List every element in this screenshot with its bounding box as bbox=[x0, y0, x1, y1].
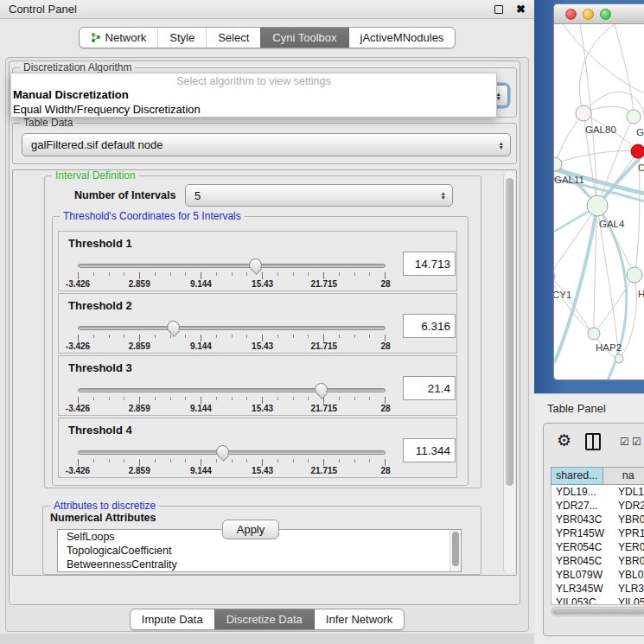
tab-select[interactable]: Select bbox=[206, 28, 260, 48]
number-of-intervals-combobox[interactable]: 5 ▲▼ bbox=[185, 184, 453, 207]
tab-label: jActiveMNodules bbox=[360, 31, 444, 44]
attribute-item[interactable]: TopologicalCoefficient bbox=[58, 544, 461, 558]
slider-scale-labels: -3.4262.8599.14415.4321.71528 bbox=[78, 279, 386, 290]
table-data-title: Table Data bbox=[20, 117, 76, 129]
table-hscrollbar-thumb[interactable] bbox=[552, 609, 644, 615]
column-header-name[interactable]: na bbox=[603, 467, 644, 485]
gear-icon[interactable]: ⚙ bbox=[557, 430, 571, 450]
network-window-titlebar[interactable] bbox=[554, 4, 644, 24]
interval-definition-title: Interval Definition bbox=[52, 169, 139, 182]
tab-style[interactable]: Style bbox=[157, 28, 206, 48]
threshold-slider[interactable]: -3.4262.8599.14415.4321.71528 bbox=[78, 320, 386, 351]
tab-cyni-toolbox[interactable]: Cyni Toolbox bbox=[260, 28, 348, 48]
tab-impute-data[interactable]: Impute Data bbox=[131, 609, 214, 629]
slider-track[interactable] bbox=[78, 388, 386, 392]
threshold-value-field[interactable] bbox=[403, 314, 456, 338]
threshold-label: Threshold 4 bbox=[68, 424, 132, 437]
network-tab-icon bbox=[91, 32, 101, 43]
float-icon[interactable] bbox=[494, 5, 503, 14]
cell-name: YDL19... bbox=[612, 485, 644, 499]
screen: Control Panel ✖ NetworkStyleSelectCyni T… bbox=[0, 0, 644, 644]
cell-name: YIL053C bbox=[612, 596, 644, 605]
table-row[interactable]: YPR145WYPR145W bbox=[552, 526, 644, 540]
network-node-hap2[interactable] bbox=[588, 328, 600, 340]
close-traffic-light-icon[interactable] bbox=[565, 9, 577, 20]
table-row[interactable]: YIL053CYIL053C bbox=[552, 596, 644, 605]
threshold-slider[interactable]: -3.4262.8599.14415.4321.71528 bbox=[78, 444, 386, 475]
list-scrollbar[interactable] bbox=[450, 530, 461, 571]
network-node[interactable] bbox=[615, 354, 623, 363]
cell-name: YER054C bbox=[612, 540, 644, 554]
close-icon[interactable]: ✖ bbox=[516, 5, 526, 14]
network-node-c[interactable] bbox=[631, 144, 644, 158]
table-rows: YDL19...YDL19...YDR27...YDR27...YBR043CY… bbox=[551, 485, 644, 605]
discretization-algorithm-title: Discretization Algorithm bbox=[20, 61, 135, 73]
table-horizontal-scrollbar[interactable] bbox=[551, 607, 644, 616]
tab-network[interactable]: Network bbox=[80, 28, 158, 48]
dropdown-option-equal-width-frequency[interactable]: Equal Width/Frequency Discretization bbox=[11, 102, 496, 117]
network-node-h[interactable] bbox=[627, 267, 642, 283]
numerical-attributes-label: Numerical Attributes bbox=[50, 512, 156, 524]
threshold-value-field[interactable] bbox=[403, 252, 456, 276]
network-window: GAL80GCGAL11GAL4GCY1HHAP2 bbox=[553, 3, 644, 380]
table-row[interactable]: YBL079WYBL079W bbox=[552, 568, 644, 582]
zoom-traffic-light-icon[interactable] bbox=[600, 9, 611, 20]
slider-thumb[interactable] bbox=[315, 383, 328, 395]
slider-thumb[interactable] bbox=[167, 321, 180, 333]
threshold-panel: Threshold 1 -3.4262.8599.14415.4321.7152… bbox=[58, 231, 457, 291]
network-node-label: GAL11 bbox=[554, 175, 584, 185]
table-row[interactable]: YDL19...YDL19... bbox=[552, 485, 644, 499]
table-row[interactable]: YBR045CYBR045C bbox=[552, 554, 644, 568]
tab-jactivemnodules[interactable]: jActiveMNodules bbox=[348, 28, 456, 48]
column-header-shared-name[interactable]: shared... bbox=[551, 467, 603, 485]
attribute-item[interactable]: BetweennessCentrality bbox=[58, 558, 461, 571]
threshold-value-field[interactable] bbox=[403, 438, 456, 462]
cell-name: YBR043C bbox=[612, 513, 644, 526]
network-canvas[interactable]: GAL80GCGAL11GAL4GCY1HHAP2 bbox=[554, 24, 644, 380]
table-panel-title: Table Panel bbox=[534, 394, 644, 415]
settings-scroll-area: Interval Definition Number of Intervals … bbox=[12, 169, 517, 576]
cell-name: YLR345W bbox=[612, 582, 644, 596]
table-panel: Table Panel ⚙ ☑ ☑ shared... na YDL19...Y… bbox=[534, 393, 644, 644]
threshold-panel: Threshold 3 -3.4262.8599.14415.4321.7152… bbox=[58, 355, 457, 416]
slider-track[interactable] bbox=[78, 264, 386, 268]
table-row[interactable]: YLR345WYLR345W bbox=[552, 582, 644, 596]
slider-ticks bbox=[78, 272, 386, 279]
table-data-combobox[interactable]: galFiltered.sif default node ▲▼ bbox=[22, 133, 511, 156]
threshold-label: Threshold 1 bbox=[68, 237, 132, 250]
checkbox-icon[interactable]: ☑ bbox=[632, 437, 641, 447]
network-node-g[interactable] bbox=[627, 110, 641, 124]
settings-scrollbar[interactable] bbox=[503, 171, 515, 574]
tab-infer-network[interactable]: Infer Network bbox=[314, 609, 404, 629]
checkbox-icon[interactable]: ☑ bbox=[620, 437, 629, 447]
split-view-icon[interactable] bbox=[585, 433, 601, 450]
network-node-label: H bbox=[638, 289, 644, 299]
list-scrollbar-thumb[interactable] bbox=[452, 532, 459, 566]
network-node-gal80[interactable] bbox=[576, 105, 591, 121]
table-row[interactable]: YDR27...YDR27... bbox=[552, 499, 644, 513]
slider-track[interactable] bbox=[78, 326, 386, 330]
table-row[interactable]: YER054CYER054C bbox=[552, 540, 644, 554]
stepper-arrows-icon: ▲▼ bbox=[441, 191, 446, 200]
algorithm-placeholder: Select algorithm to view settings bbox=[11, 73, 496, 87]
threshold-slider[interactable]: -3.4262.8599.14415.4321.71528 bbox=[78, 258, 386, 289]
minimize-traffic-light-icon[interactable] bbox=[583, 9, 594, 20]
settings-scrollbar-thumb[interactable] bbox=[506, 178, 513, 486]
threshold-slider[interactable]: -3.4262.8599.14415.4321.71528 bbox=[78, 382, 386, 413]
table-data-selected-value: galFiltered.sif default node bbox=[31, 138, 163, 151]
thresholds-group: Threshold's Coordinates for 5 Intervals … bbox=[52, 216, 469, 486]
slider-thumb[interactable] bbox=[249, 258, 262, 271]
tab-label: Discretize Data bbox=[226, 613, 303, 626]
tab-label: Cyni Toolbox bbox=[272, 31, 336, 44]
tab-discretize-data[interactable]: Discretize Data bbox=[214, 609, 314, 629]
slider-track[interactable] bbox=[78, 450, 386, 455]
slider-thumb[interactable] bbox=[216, 445, 229, 457]
threshold-value-field[interactable] bbox=[403, 376, 456, 400]
cell-shared-name: YER054C bbox=[552, 540, 612, 554]
threshold-panel: Threshold 2 -3.4262.8599.14415.4321.7152… bbox=[58, 293, 457, 354]
apply-button[interactable]: Apply bbox=[222, 520, 279, 539]
dropdown-option-manual-discretization[interactable]: Manual Discretization bbox=[11, 87, 496, 102]
network-node-gal4[interactable] bbox=[587, 195, 608, 216]
cell-shared-name: YBR043C bbox=[552, 513, 612, 526]
table-row[interactable]: YBR043CYBR043C bbox=[552, 513, 644, 526]
